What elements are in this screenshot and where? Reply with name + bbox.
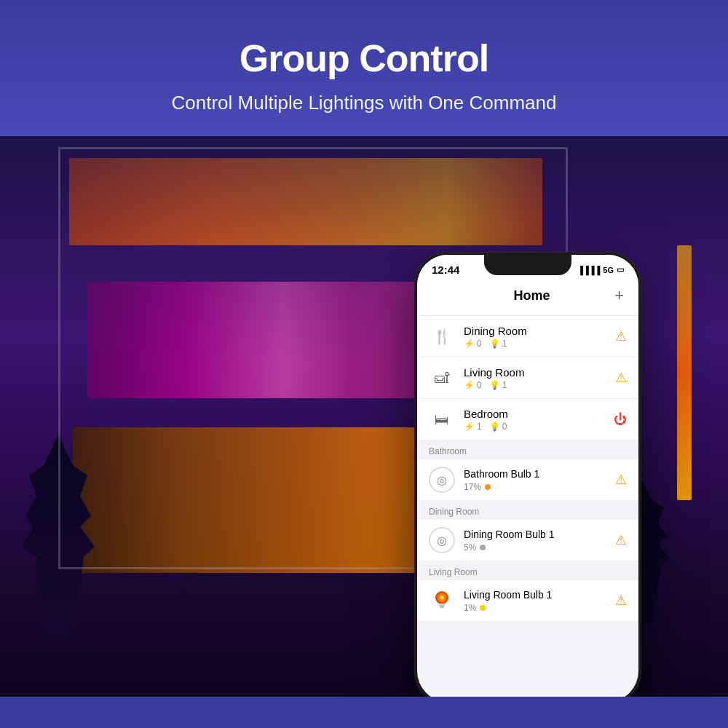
phone-mockup: 12:44 ▐▐▐▐ 5G ▭ Home + xyxy=(415,253,641,697)
bulb-icon-3: 💡 xyxy=(489,422,500,432)
dining-room-info: Dining Room ⚡ 0 💡 1 xyxy=(464,325,606,349)
bathroom-brightness: 17% xyxy=(464,482,481,492)
living-room-name: Living Room xyxy=(464,366,606,379)
living-room-devices: ⚡ 0 💡 1 xyxy=(464,380,606,390)
bottom-section: 12:44 ▐▐▐▐ 5G ▭ Home + xyxy=(0,136,728,697)
dining-room-devices: ⚡ 0 💡 1 xyxy=(464,339,606,349)
page-title: Group Control xyxy=(15,36,713,80)
living-brightness: 1% xyxy=(464,603,476,613)
living-alert-icon: ⚠ xyxy=(615,370,627,386)
bedroom-devices: ⚡ 1 💡 0 xyxy=(464,422,605,432)
phone-screen: 12:44 ▐▐▐▐ 5G ▭ Home + xyxy=(417,255,638,697)
network-label: 5G xyxy=(603,266,614,274)
living-device-section-header: Living Room xyxy=(417,561,638,580)
app-header-title: Home xyxy=(449,288,614,304)
living-room-info: Living Room ⚡ 0 💡 1 xyxy=(464,366,606,390)
living-bulb-icon xyxy=(429,587,455,614)
dining-bulb-icon: ◎ xyxy=(429,527,455,553)
dining-device-alert-icon: ⚠ xyxy=(615,532,627,548)
dining-bulb-name: Dining Room Bulb 1 xyxy=(464,529,606,540)
bathroom-section-header: Bathroom xyxy=(417,440,638,459)
bulb-icon-2: 💡 xyxy=(489,380,500,390)
living-on-count: ⚡ 0 xyxy=(464,380,482,390)
rooms-section: 🍴 Dining Room ⚡ 0 💡 1 xyxy=(417,316,638,440)
dining-room-name: Dining Room xyxy=(464,325,606,337)
dining-brightness: 5% xyxy=(464,542,476,553)
battery-icon: ▭ xyxy=(617,265,624,274)
bedroom-bulb-count: 💡 0 xyxy=(489,422,507,432)
room-item-bedroom[interactable]: 🛏 Bedroom ⚡ 1 💡 0 xyxy=(417,399,638,440)
status-time: 12:44 xyxy=(432,264,459,276)
dining-bulb-info: Dining Room Bulb 1 5% xyxy=(464,529,606,553)
bedroom-icon: 🛏 xyxy=(429,406,455,432)
bathroom-bulb-icon: ◎ xyxy=(429,467,455,493)
plug-icon-2: ⚡ xyxy=(464,380,475,390)
hero-section: Group Control Control Multiple Lightings… xyxy=(0,0,728,136)
dining-on-count: ⚡ 0 xyxy=(464,339,482,349)
signal-icon: ▐▐▐▐ xyxy=(577,266,600,274)
devices-section: Bathroom ◎ Bathroom Bulb 1 17% ⚠ xyxy=(417,440,638,622)
page-subtitle: Control Multiple Lightings with One Comm… xyxy=(15,92,713,114)
bedroom-info: Bedroom ⚡ 1 💡 0 xyxy=(464,408,605,432)
bathroom-bulb-item[interactable]: ◎ Bathroom Bulb 1 17% ⚠ xyxy=(417,459,638,501)
bedroom-name: Bedroom xyxy=(464,408,605,420)
living-status-dot xyxy=(480,605,486,611)
living-bulb-status: 1% xyxy=(464,603,606,613)
dining-bulb-status: 5% xyxy=(464,542,606,553)
svg-point-0 xyxy=(435,591,448,604)
add-button[interactable]: + xyxy=(614,286,624,305)
status-icons: ▐▐▐▐ 5G ▭ xyxy=(577,265,624,274)
living-bulb-name: Living Room Bulb 1 xyxy=(464,589,606,601)
app-header: Home + xyxy=(417,280,638,316)
room-item-living[interactable]: 🛋 Living Room ⚡ 0 💡 1 xyxy=(417,357,638,399)
phone-notch xyxy=(484,255,571,275)
bathroom-bulb-name: Bathroom Bulb 1 xyxy=(464,468,606,480)
dining-status-dot xyxy=(480,545,486,550)
living-device-alert-icon: ⚠ xyxy=(615,593,627,609)
bathroom-bulb-info: Bathroom Bulb 1 17% xyxy=(464,468,606,492)
dining-bulb-item[interactable]: ◎ Dining Room Bulb 1 5% ⚠ xyxy=(417,520,638,561)
bulb-icon: 💡 xyxy=(489,339,500,349)
plug-icon: ⚡ xyxy=(464,339,475,349)
dining-device-section-header: Dining Room xyxy=(417,501,638,520)
living-bulb-count: 💡 1 xyxy=(489,380,507,390)
bathroom-status-dot xyxy=(485,484,491,490)
bathroom-bulb-status: 17% xyxy=(464,482,606,492)
dining-bulb-count: 💡 1 xyxy=(489,339,507,349)
dining-room-icon: 🍴 xyxy=(429,323,455,349)
room-item-dining[interactable]: 🍴 Dining Room ⚡ 0 💡 1 xyxy=(417,316,638,357)
living-bulb-item[interactable]: Living Room Bulb 1 1% ⚠ xyxy=(417,580,638,622)
living-bulb-info: Living Room Bulb 1 1% xyxy=(464,589,606,613)
svg-rect-2 xyxy=(440,606,444,608)
bedroom-power-icon[interactable]: ⏻ xyxy=(614,412,627,427)
plug-icon-3: ⚡ xyxy=(464,422,475,432)
living-room-icon: 🛋 xyxy=(429,365,455,391)
app-content: 🍴 Dining Room ⚡ 0 💡 1 xyxy=(417,316,638,697)
phone-outer-frame: 12:44 ▐▐▐▐ 5G ▭ Home + xyxy=(415,253,641,697)
dining-alert-icon: ⚠ xyxy=(615,328,627,344)
bathroom-alert-icon: ⚠ xyxy=(615,472,627,488)
bedroom-on-count: ⚡ 1 xyxy=(464,422,482,432)
